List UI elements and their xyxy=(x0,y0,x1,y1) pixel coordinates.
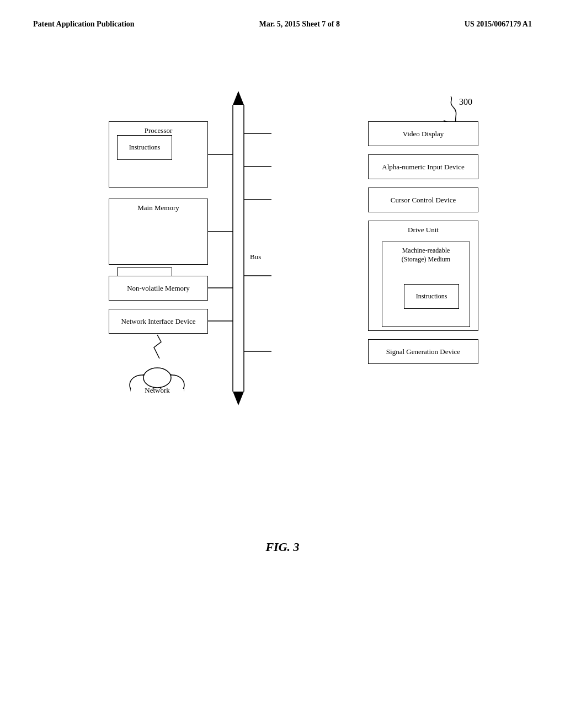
svg-text:Bus: Bus xyxy=(250,253,261,261)
mainmemory-label: Main Memory xyxy=(137,204,179,212)
cursor-control-label: Cursor Control Device xyxy=(391,196,456,205)
svg-rect-20 xyxy=(131,389,184,406)
video-display-label: Video Display xyxy=(403,130,444,138)
drive-unit-label: Drive Unit xyxy=(408,226,439,234)
nonvolatile-memory-label: Non-volatile Memory xyxy=(127,284,190,293)
header-middle: Mar. 5, 2015 Sheet 7 of 8 xyxy=(259,20,339,29)
svg-text:300: 300 xyxy=(459,97,472,106)
diagram-area: 300 Bus xyxy=(76,88,489,585)
svg-point-16 xyxy=(131,372,184,405)
nonvolatile-memory-box: Non-volatile Memory xyxy=(109,276,208,301)
processor-instructions-box: Instructions xyxy=(117,135,172,160)
alphanumeric-input-box: Alpha-numeric Input Device xyxy=(368,154,478,179)
svg-point-17 xyxy=(130,375,154,395)
svg-point-19 xyxy=(143,368,171,388)
figure-caption: FIG. 3 xyxy=(76,540,489,554)
svg-marker-3 xyxy=(233,392,244,405)
header-right: US 2015/0067179 A1 xyxy=(465,20,532,29)
header-left: Patent Application Publication xyxy=(33,20,135,29)
drive-instructions-label: Instructions xyxy=(416,292,447,301)
processor-label: Processor xyxy=(145,126,173,135)
network-interface-box: Network Interface Device xyxy=(109,309,208,334)
mainmemory-outer-box: Main Memory xyxy=(109,199,208,265)
page-header: Patent Application Publication Mar. 5, 2… xyxy=(0,0,565,29)
machine-readable-label: Machine-readable(Storage) Medium xyxy=(402,247,450,264)
network-interface-label: Network Interface Device xyxy=(121,317,196,326)
processor-instructions-label: Instructions xyxy=(129,143,161,152)
signal-generation-label: Signal Generation Device xyxy=(386,347,460,356)
svg-point-18 xyxy=(160,375,184,395)
svg-marker-2 xyxy=(233,91,244,105)
drive-instructions-box: Instructions xyxy=(404,284,459,309)
svg-text:Network: Network xyxy=(145,386,170,394)
video-display-box: Video Display xyxy=(368,121,478,146)
alphanumeric-input-label: Alpha-numeric Input Device xyxy=(382,163,464,172)
signal-generation-box: Signal Generation Device xyxy=(368,339,478,364)
cursor-control-box: Cursor Control Device xyxy=(368,188,478,212)
